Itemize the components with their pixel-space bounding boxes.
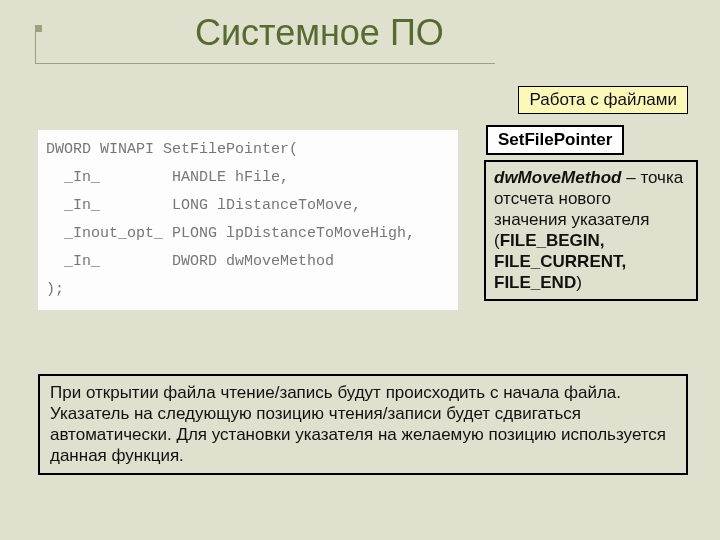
decorative-horizontal-line (35, 63, 495, 64)
parameter-description-box: dwMoveMethod – точка отсчета нового знач… (484, 160, 698, 301)
param-enum: FILE_BEGIN, FILE_CURRENT, FILE_END (494, 231, 626, 292)
subtitle-box: Работа с файлами (518, 86, 688, 114)
param-close: ) (576, 273, 582, 292)
slide-title: Системное ПО (195, 12, 444, 54)
code-signature-box: DWORD WINAPI SetFilePointer( _In_ HANDLE… (38, 130, 458, 310)
code-signature: DWORD WINAPI SetFilePointer( _In_ HANDLE… (46, 136, 450, 304)
decorative-corner-square (35, 25, 42, 32)
param-name: dwMoveMethod (494, 168, 622, 187)
param-dash: – (622, 168, 641, 187)
decorative-vertical-line (35, 25, 36, 63)
api-name-box: SetFilePointer (486, 125, 624, 155)
function-description-box: При открытии файла чтение/запись будут п… (38, 374, 688, 475)
